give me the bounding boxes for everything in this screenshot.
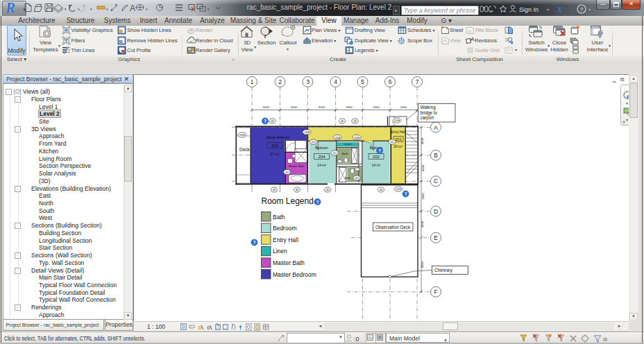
svg-text:?: ? bbox=[404, 191, 407, 196]
svg-text:46: 46 bbox=[353, 119, 357, 123]
svg-text:D: D bbox=[434, 208, 438, 215]
svg-text:Bath: Bath bbox=[273, 214, 285, 221]
svg-text:7: 7 bbox=[416, 78, 419, 85]
svg-text:▾: ▾ bbox=[207, 7, 210, 11]
svg-text:4: 4 bbox=[334, 78, 337, 85]
svg-text:204: 204 bbox=[312, 141, 316, 144]
svg-text:3000: 3000 bbox=[421, 221, 425, 227]
svg-text:3000: 3000 bbox=[291, 105, 298, 109]
svg-text:14 m²: 14 m² bbox=[317, 163, 326, 167]
svg-text:5: 5 bbox=[361, 78, 364, 85]
svg-text:A: A bbox=[434, 124, 438, 131]
svg-text:2: 2 bbox=[278, 78, 282, 85]
svg-text:E: E bbox=[434, 234, 438, 241]
svg-text:205: 205 bbox=[333, 152, 337, 155]
svg-text:▾: ▾ bbox=[146, 7, 148, 11]
svg-text:46: 46 bbox=[296, 188, 299, 191]
svg-text:Chimney: Chimney bbox=[434, 268, 452, 273]
svg-text:1: 1 bbox=[251, 78, 254, 85]
svg-text:201A: 201A bbox=[394, 119, 400, 122]
svg-text:3000: 3000 bbox=[400, 105, 407, 109]
svg-text:▾: ▾ bbox=[547, 8, 549, 12]
svg-text:▾: ▾ bbox=[65, 7, 67, 11]
svg-text:3000: 3000 bbox=[421, 193, 425, 200]
svg-text:6: 6 bbox=[389, 78, 392, 85]
svg-text:?: ? bbox=[253, 240, 255, 245]
svg-text:3000: 3000 bbox=[263, 105, 270, 109]
svg-text:Bedroom: Bedroom bbox=[273, 225, 297, 232]
svg-text:206A: 206A bbox=[304, 131, 310, 134]
svg-text:Master Bedroom: Master Bedroom bbox=[266, 136, 290, 139]
svg-text:201B: 201B bbox=[396, 188, 402, 191]
svg-text:Observation Deck: Observation Deck bbox=[375, 225, 411, 230]
svg-text:27 m²: 27 m² bbox=[271, 152, 280, 156]
svg-text:207: 207 bbox=[285, 171, 289, 174]
svg-text:6000: 6000 bbox=[421, 261, 425, 268]
svg-text:3000: 3000 bbox=[346, 105, 353, 109]
svg-text:Entry Hall: Entry Hall bbox=[391, 130, 405, 134]
svg-text:▾: ▾ bbox=[626, 118, 628, 122]
svg-text:3: 3 bbox=[306, 78, 310, 85]
svg-text:Master Bath: Master Bath bbox=[273, 259, 305, 266]
svg-text:Bath: Bath bbox=[345, 176, 351, 180]
svg-text:Room Legend: Room Legend bbox=[262, 196, 314, 206]
svg-text:202: 202 bbox=[373, 155, 380, 159]
svg-text:Deck: Deck bbox=[239, 147, 251, 152]
svg-text:Master Bath: Master Bath bbox=[289, 164, 305, 168]
svg-text:14 m²: 14 m² bbox=[372, 163, 381, 167]
svg-text:204: 204 bbox=[318, 155, 325, 159]
svg-text:3000: 3000 bbox=[373, 105, 380, 109]
svg-text:Bedroom: Bedroom bbox=[315, 146, 328, 150]
svg-text:202: 202 bbox=[390, 141, 394, 144]
svg-text:Sign In: Sign In bbox=[519, 6, 539, 13]
svg-text:3000: 3000 bbox=[421, 137, 425, 144]
svg-text:?: ? bbox=[378, 148, 381, 153]
svg-text:206: 206 bbox=[271, 144, 279, 148]
svg-text:▾: ▾ bbox=[588, 8, 591, 12]
svg-text:46: 46 bbox=[341, 119, 344, 123]
svg-text:206B: 206B bbox=[239, 134, 246, 137]
svg-text:201: 201 bbox=[395, 137, 402, 141]
svg-text:46: 46 bbox=[326, 188, 330, 191]
svg-text:A: A bbox=[130, 3, 135, 13]
svg-text:▾: ▾ bbox=[90, 7, 92, 11]
svg-text:206A: 206A bbox=[334, 137, 341, 139]
svg-text:C: C bbox=[434, 178, 438, 184]
svg-text:▾: ▾ bbox=[106, 7, 108, 11]
svg-text::0: :0 bbox=[354, 336, 359, 343]
svg-text:Master Bedroom: Master Bedroom bbox=[273, 271, 316, 278]
svg-text:?: ? bbox=[264, 119, 266, 123]
svg-text:▾: ▾ bbox=[626, 101, 628, 105]
svg-text:Entry Hall: Entry Hall bbox=[273, 237, 298, 243]
svg-text:206B: 206B bbox=[354, 137, 360, 139]
svg-text:Linen: Linen bbox=[344, 142, 352, 146]
svg-text::0: :0 bbox=[602, 336, 607, 343]
svg-text:carport: carport bbox=[421, 115, 434, 121]
svg-text:46: 46 bbox=[271, 119, 274, 123]
svg-text:46: 46 bbox=[380, 188, 383, 191]
svg-text:3000: 3000 bbox=[421, 164, 425, 171]
svg-text:200: 200 bbox=[355, 177, 359, 180]
svg-text:3000: 3000 bbox=[319, 105, 325, 109]
svg-text:?: ? bbox=[316, 200, 319, 205]
svg-text:?: ? bbox=[580, 6, 584, 12]
svg-text:Linen: Linen bbox=[273, 248, 287, 255]
svg-text:46: 46 bbox=[273, 188, 276, 191]
svg-text:F: F bbox=[434, 289, 437, 295]
svg-text:X: X bbox=[556, 4, 563, 15]
svg-text:30 m²: 30 m² bbox=[393, 144, 402, 148]
svg-text:B: B bbox=[434, 152, 438, 159]
svg-text:Bath: Bath bbox=[342, 152, 348, 155]
